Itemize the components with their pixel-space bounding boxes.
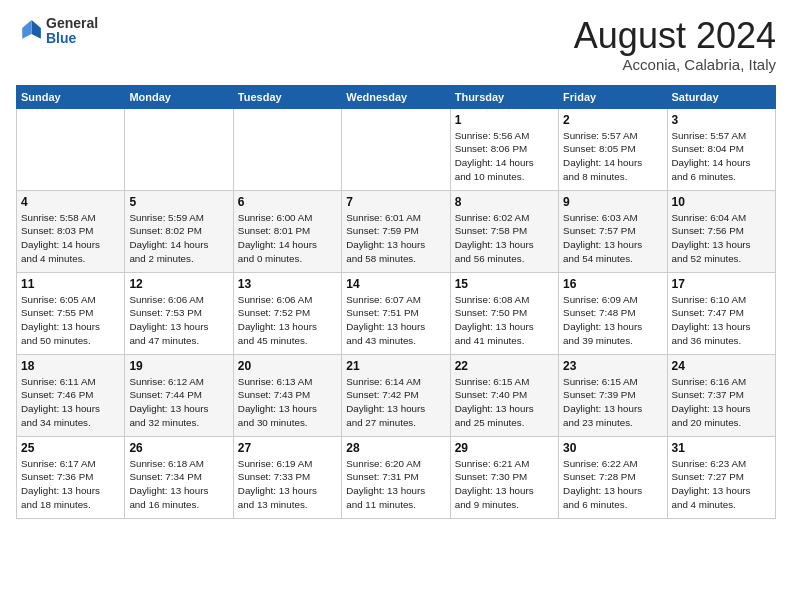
day-number: 22 bbox=[455, 359, 554, 373]
day-number: 14 bbox=[346, 277, 445, 291]
day-number: 31 bbox=[672, 441, 771, 455]
month-title: August 2024 bbox=[574, 16, 776, 56]
location-subtitle: Acconia, Calabria, Italy bbox=[574, 56, 776, 73]
day-cell bbox=[125, 108, 233, 190]
week-row-5: 25Sunrise: 6:17 AM Sunset: 7:36 PM Dayli… bbox=[17, 436, 776, 518]
logo-blue-text: Blue bbox=[46, 31, 98, 46]
day-number: 21 bbox=[346, 359, 445, 373]
day-cell: 12Sunrise: 6:06 AM Sunset: 7:53 PM Dayli… bbox=[125, 272, 233, 354]
day-number: 5 bbox=[129, 195, 228, 209]
day-info: Sunrise: 6:14 AM Sunset: 7:42 PM Dayligh… bbox=[346, 375, 445, 430]
day-number: 11 bbox=[21, 277, 120, 291]
day-cell: 30Sunrise: 6:22 AM Sunset: 7:28 PM Dayli… bbox=[559, 436, 667, 518]
logo-icon bbox=[16, 17, 44, 45]
day-number: 24 bbox=[672, 359, 771, 373]
day-cell: 6Sunrise: 6:00 AM Sunset: 8:01 PM Daylig… bbox=[233, 190, 341, 272]
day-info: Sunrise: 6:20 AM Sunset: 7:31 PM Dayligh… bbox=[346, 457, 445, 512]
day-cell: 5Sunrise: 5:59 AM Sunset: 8:02 PM Daylig… bbox=[125, 190, 233, 272]
day-info: Sunrise: 6:13 AM Sunset: 7:43 PM Dayligh… bbox=[238, 375, 337, 430]
header-sunday: Sunday bbox=[17, 85, 125, 108]
day-number: 26 bbox=[129, 441, 228, 455]
svg-marker-1 bbox=[22, 21, 31, 40]
day-number: 17 bbox=[672, 277, 771, 291]
day-number: 27 bbox=[238, 441, 337, 455]
day-info: Sunrise: 6:06 AM Sunset: 7:53 PM Dayligh… bbox=[129, 293, 228, 348]
day-info: Sunrise: 5:57 AM Sunset: 8:05 PM Dayligh… bbox=[563, 129, 662, 184]
day-cell: 14Sunrise: 6:07 AM Sunset: 7:51 PM Dayli… bbox=[342, 272, 450, 354]
day-info: Sunrise: 6:17 AM Sunset: 7:36 PM Dayligh… bbox=[21, 457, 120, 512]
day-info: Sunrise: 6:23 AM Sunset: 7:27 PM Dayligh… bbox=[672, 457, 771, 512]
day-info: Sunrise: 6:22 AM Sunset: 7:28 PM Dayligh… bbox=[563, 457, 662, 512]
day-number: 20 bbox=[238, 359, 337, 373]
day-info: Sunrise: 6:21 AM Sunset: 7:30 PM Dayligh… bbox=[455, 457, 554, 512]
day-cell: 20Sunrise: 6:13 AM Sunset: 7:43 PM Dayli… bbox=[233, 354, 341, 436]
day-number: 3 bbox=[672, 113, 771, 127]
day-cell: 23Sunrise: 6:15 AM Sunset: 7:39 PM Dayli… bbox=[559, 354, 667, 436]
day-number: 16 bbox=[563, 277, 662, 291]
day-cell: 10Sunrise: 6:04 AM Sunset: 7:56 PM Dayli… bbox=[667, 190, 775, 272]
day-number: 2 bbox=[563, 113, 662, 127]
day-cell: 26Sunrise: 6:18 AM Sunset: 7:34 PM Dayli… bbox=[125, 436, 233, 518]
day-info: Sunrise: 6:02 AM Sunset: 7:58 PM Dayligh… bbox=[455, 211, 554, 266]
day-cell bbox=[17, 108, 125, 190]
day-cell: 21Sunrise: 6:14 AM Sunset: 7:42 PM Dayli… bbox=[342, 354, 450, 436]
day-number: 4 bbox=[21, 195, 120, 209]
day-info: Sunrise: 6:15 AM Sunset: 7:40 PM Dayligh… bbox=[455, 375, 554, 430]
day-number: 6 bbox=[238, 195, 337, 209]
logo: General Blue bbox=[16, 16, 98, 47]
day-info: Sunrise: 6:16 AM Sunset: 7:37 PM Dayligh… bbox=[672, 375, 771, 430]
day-cell: 19Sunrise: 6:12 AM Sunset: 7:44 PM Dayli… bbox=[125, 354, 233, 436]
day-info: Sunrise: 6:07 AM Sunset: 7:51 PM Dayligh… bbox=[346, 293, 445, 348]
day-number: 9 bbox=[563, 195, 662, 209]
day-number: 13 bbox=[238, 277, 337, 291]
week-row-1: 1Sunrise: 5:56 AM Sunset: 8:06 PM Daylig… bbox=[17, 108, 776, 190]
day-number: 29 bbox=[455, 441, 554, 455]
day-info: Sunrise: 6:19 AM Sunset: 7:33 PM Dayligh… bbox=[238, 457, 337, 512]
day-cell: 17Sunrise: 6:10 AM Sunset: 7:47 PM Dayli… bbox=[667, 272, 775, 354]
day-cell: 2Sunrise: 5:57 AM Sunset: 8:05 PM Daylig… bbox=[559, 108, 667, 190]
day-cell: 9Sunrise: 6:03 AM Sunset: 7:57 PM Daylig… bbox=[559, 190, 667, 272]
day-info: Sunrise: 5:59 AM Sunset: 8:02 PM Dayligh… bbox=[129, 211, 228, 266]
day-number: 8 bbox=[455, 195, 554, 209]
day-info: Sunrise: 6:09 AM Sunset: 7:48 PM Dayligh… bbox=[563, 293, 662, 348]
day-info: Sunrise: 6:12 AM Sunset: 7:44 PM Dayligh… bbox=[129, 375, 228, 430]
header-saturday: Saturday bbox=[667, 85, 775, 108]
header-monday: Monday bbox=[125, 85, 233, 108]
day-cell: 16Sunrise: 6:09 AM Sunset: 7:48 PM Dayli… bbox=[559, 272, 667, 354]
header-row: SundayMondayTuesdayWednesdayThursdayFrid… bbox=[17, 85, 776, 108]
day-info: Sunrise: 6:00 AM Sunset: 8:01 PM Dayligh… bbox=[238, 211, 337, 266]
day-cell: 28Sunrise: 6:20 AM Sunset: 7:31 PM Dayli… bbox=[342, 436, 450, 518]
day-number: 25 bbox=[21, 441, 120, 455]
day-number: 15 bbox=[455, 277, 554, 291]
day-cell: 18Sunrise: 6:11 AM Sunset: 7:46 PM Dayli… bbox=[17, 354, 125, 436]
day-number: 10 bbox=[672, 195, 771, 209]
day-cell: 7Sunrise: 6:01 AM Sunset: 7:59 PM Daylig… bbox=[342, 190, 450, 272]
day-info: Sunrise: 6:01 AM Sunset: 7:59 PM Dayligh… bbox=[346, 211, 445, 266]
day-cell: 13Sunrise: 6:06 AM Sunset: 7:52 PM Dayli… bbox=[233, 272, 341, 354]
day-cell: 4Sunrise: 5:58 AM Sunset: 8:03 PM Daylig… bbox=[17, 190, 125, 272]
day-info: Sunrise: 6:18 AM Sunset: 7:34 PM Dayligh… bbox=[129, 457, 228, 512]
day-info: Sunrise: 5:56 AM Sunset: 8:06 PM Dayligh… bbox=[455, 129, 554, 184]
day-info: Sunrise: 6:03 AM Sunset: 7:57 PM Dayligh… bbox=[563, 211, 662, 266]
day-cell bbox=[233, 108, 341, 190]
day-cell: 24Sunrise: 6:16 AM Sunset: 7:37 PM Dayli… bbox=[667, 354, 775, 436]
day-info: Sunrise: 6:10 AM Sunset: 7:47 PM Dayligh… bbox=[672, 293, 771, 348]
day-cell: 15Sunrise: 6:08 AM Sunset: 7:50 PM Dayli… bbox=[450, 272, 558, 354]
day-cell: 22Sunrise: 6:15 AM Sunset: 7:40 PM Dayli… bbox=[450, 354, 558, 436]
calendar-table: SundayMondayTuesdayWednesdayThursdayFrid… bbox=[16, 85, 776, 519]
header-friday: Friday bbox=[559, 85, 667, 108]
day-info: Sunrise: 5:57 AM Sunset: 8:04 PM Dayligh… bbox=[672, 129, 771, 184]
week-row-4: 18Sunrise: 6:11 AM Sunset: 7:46 PM Dayli… bbox=[17, 354, 776, 436]
day-cell: 31Sunrise: 6:23 AM Sunset: 7:27 PM Dayli… bbox=[667, 436, 775, 518]
day-number: 28 bbox=[346, 441, 445, 455]
day-info: Sunrise: 6:05 AM Sunset: 7:55 PM Dayligh… bbox=[21, 293, 120, 348]
header-tuesday: Tuesday bbox=[233, 85, 341, 108]
day-number: 1 bbox=[455, 113, 554, 127]
day-number: 12 bbox=[129, 277, 228, 291]
day-cell: 25Sunrise: 6:17 AM Sunset: 7:36 PM Dayli… bbox=[17, 436, 125, 518]
day-info: Sunrise: 6:06 AM Sunset: 7:52 PM Dayligh… bbox=[238, 293, 337, 348]
title-block: August 2024 Acconia, Calabria, Italy bbox=[574, 16, 776, 73]
header-wednesday: Wednesday bbox=[342, 85, 450, 108]
day-cell bbox=[342, 108, 450, 190]
day-number: 7 bbox=[346, 195, 445, 209]
